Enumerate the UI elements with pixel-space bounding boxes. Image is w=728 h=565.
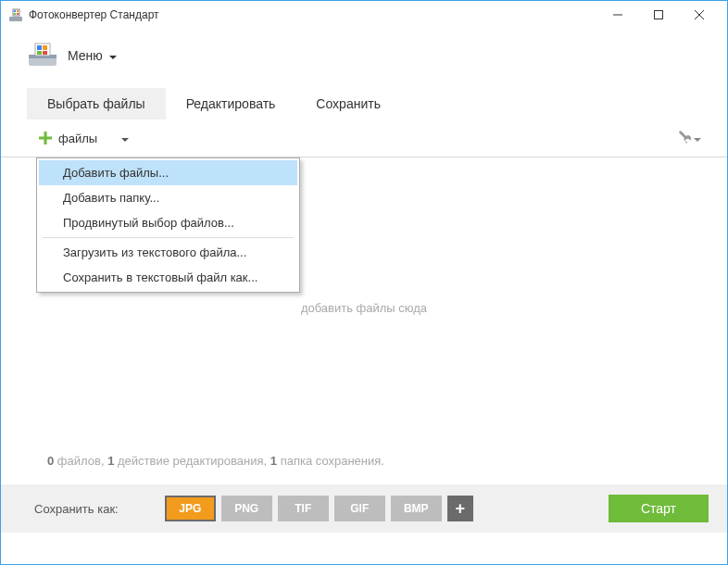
settings-button[interactable]: [676, 130, 701, 147]
app-window: Фотоконвертер Стандарт: [0, 0, 728, 565]
toolbar: файлы: [1, 119, 727, 157]
menu-item-save-to-text[interactable]: Сохранить в текстовый файл как...: [39, 265, 297, 290]
menu-item-add-folder[interactable]: Добавить папку...: [39, 185, 297, 210]
format-png-button[interactable]: PNG: [221, 496, 272, 521]
chevron-down-icon: [694, 132, 701, 145]
add-files-label: файлы: [58, 132, 97, 145]
svg-rect-13: [37, 45, 42, 50]
window-controls: [597, 2, 720, 28]
svg-rect-14: [43, 45, 47, 50]
status-folders-word: папка сохранения.: [281, 454, 384, 468]
menu-item-add-files[interactable]: Добавить файлы...: [39, 160, 297, 185]
status-bar: 0 файлов, 1 действие редактирования, 1 п…: [1, 454, 727, 484]
chevron-down-icon: [121, 132, 129, 145]
plus-icon: +: [455, 499, 465, 519]
svg-rect-3: [17, 10, 19, 12]
svg-rect-16: [43, 51, 47, 55]
status-edits-count: 1: [107, 454, 114, 468]
file-drop-area[interactable]: Добавить файлы... Добавить папку... Прод…: [1, 157, 727, 454]
tab-save[interactable]: Сохранить: [295, 88, 401, 119]
plus-icon: [38, 131, 53, 145]
maximize-button[interactable]: [638, 2, 679, 28]
format-bmp-button[interactable]: BMP: [391, 496, 442, 521]
footer-bar: Сохранить как: JPG PNG TIF GIF BMP + Ста…: [1, 484, 727, 533]
app-icon: [8, 7, 23, 22]
menu-button[interactable]: Меню: [68, 48, 117, 63]
status-files-word: файлов,: [57, 454, 105, 468]
window-title: Фотоконвертер Стандарт: [29, 8, 597, 21]
add-files-dropdown-menu: Добавить файлы... Добавить папку... Прод…: [36, 157, 300, 293]
menu-label-text: Меню: [68, 48, 103, 63]
menu-item-advanced-select[interactable]: Продвинутый выбор файлов...: [39, 210, 297, 235]
format-gif-button[interactable]: GIF: [334, 496, 385, 521]
menu-separator: [43, 237, 294, 238]
svg-rect-15: [37, 51, 42, 55]
tab-select-files[interactable]: Выбрать файлы: [27, 88, 166, 119]
svg-rect-18: [39, 137, 52, 140]
titlebar: Фотоконвертер Стандарт: [1, 1, 727, 29]
status-folders-count: 1: [270, 454, 277, 468]
add-files-dropdown-button[interactable]: файлы: [34, 127, 132, 149]
tab-edit[interactable]: Редактировать: [166, 88, 296, 119]
printer-icon: [27, 42, 58, 69]
chevron-down-icon: [109, 48, 117, 63]
menubar: Меню: [1, 29, 727, 88]
status-files-count: 0: [47, 454, 54, 468]
svg-rect-0: [9, 17, 22, 21]
svg-rect-4: [14, 13, 16, 15]
svg-rect-7: [655, 11, 663, 19]
drop-hint-text: добавить файлы сюда: [1, 301, 727, 315]
format-add-button[interactable]: +: [447, 496, 473, 521]
status-edits-word: действие редактирования,: [118, 454, 267, 468]
svg-rect-2: [14, 10, 16, 12]
wrench-icon: [676, 130, 691, 147]
menu-item-load-from-text[interactable]: Загрузить из текстового файла...: [39, 240, 297, 265]
format-jpg-button[interactable]: JPG: [165, 496, 216, 521]
start-button[interactable]: Старт: [609, 495, 709, 522]
tab-bar: Выбрать файлы Редактировать Сохранить: [1, 88, 727, 119]
close-button[interactable]: [679, 2, 720, 28]
format-buttons: JPG PNG TIF GIF BMP +: [165, 496, 473, 521]
save-as-label: Сохранить как:: [34, 502, 119, 516]
svg-rect-5: [17, 13, 19, 15]
minimize-button[interactable]: [597, 2, 638, 28]
format-tif-button[interactable]: TIF: [278, 496, 329, 521]
